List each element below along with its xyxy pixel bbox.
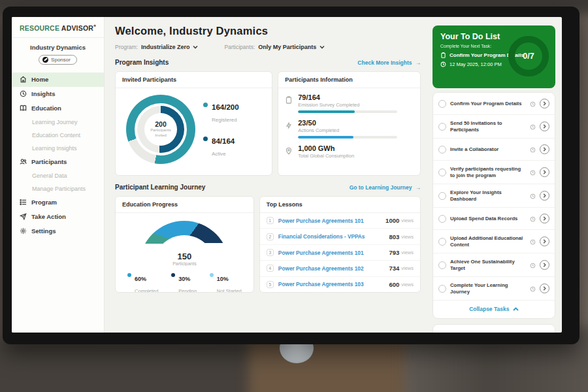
lesson-title-link[interactable]: Power Purchase Agreements 101: [278, 250, 389, 256]
participants-dropdown[interactable]: Participants: Only My Participants: [224, 44, 325, 50]
lesson-title-link[interactable]: Power Purchase Agreements 101: [278, 218, 385, 224]
gauge-legend: 60% Completed 30% Pending 10% Not Starte…: [116, 272, 253, 293]
lesson-title-link[interactable]: Power Purchase Agreements 102: [278, 265, 389, 272]
task-row[interactable]: Confirm Your Program Details: [433, 93, 555, 115]
page-title: Welcome, Industry Dynamics: [115, 25, 421, 37]
task-chevron-button[interactable]: [540, 122, 549, 131]
task-checkbox[interactable]: [438, 169, 446, 176]
sidebar-item-program[interactable]: Program: [12, 195, 104, 210]
task-checkbox[interactable]: [438, 285, 446, 293]
clock-icon: [530, 98, 536, 110]
task-row[interactable]: Upload Additional Educational Content: [433, 230, 555, 253]
task-checkbox[interactable]: [438, 215, 446, 223]
lesson-views-label: views: [401, 282, 414, 287]
legend-value: 164/200: [212, 103, 239, 111]
sidebar-item-insights[interactable]: Insights: [12, 87, 104, 101]
stat-label: Actions Completed: [298, 127, 397, 133]
participants-icon: [20, 158, 27, 165]
collapse-tasks-link[interactable]: Collapse Tasks: [433, 301, 555, 318]
brand-plus: +: [93, 24, 96, 28]
lesson-rank: 1: [267, 217, 274, 224]
invited-donut-chart: 200 Participants Invited: [126, 95, 195, 164]
todo-due-label: 12 May 2025, 12:00 PM: [449, 61, 502, 67]
chevron-right-icon: [542, 147, 547, 152]
todo-counter: 0/7: [523, 52, 534, 61]
dashboard-screen: RESOURCE ADVISOR+ Industry Dynamics Spon…: [12, 17, 562, 333]
go-to-learning-journey-link[interactable]: Go to Learning Journey →: [350, 184, 421, 191]
check-more-insights-link[interactable]: Check More Insights →: [357, 59, 421, 66]
task-checkbox[interactable]: [438, 238, 446, 246]
legend-label: Active: [212, 151, 226, 157]
arrow-right-icon: →: [416, 59, 421, 66]
lesson-title-link[interactable]: Financial Considerations - VPPAs: [278, 233, 389, 240]
sidebar-item-general-data[interactable]: General Data: [12, 169, 104, 182]
section-title: Program Insights: [115, 59, 169, 66]
task-row[interactable]: Upload Spend Data Records: [433, 208, 555, 230]
task-row[interactable]: Invite a Collaborator: [433, 139, 555, 161]
sidebar-item-home[interactable]: Home: [12, 73, 104, 87]
clock-icon: [530, 144, 536, 155]
sidebar-item-take-action[interactable]: Take Action: [12, 210, 104, 224]
task-chevron-button[interactable]: [540, 167, 549, 177]
task-chevron-button[interactable]: [540, 284, 549, 293]
chevron-right-icon: [542, 263, 547, 267]
lesson-row[interactable]: 5 Power Purchase Agreements 103 600 view…: [260, 277, 420, 292]
card-title: Participants Information: [278, 72, 420, 88]
chevron-down-icon: [319, 44, 325, 50]
task-chevron-button[interactable]: [540, 237, 549, 246]
task-row[interactable]: Explore Your Insights Dashboard: [433, 184, 555, 208]
task-checkbox[interactable]: [438, 100, 446, 108]
sidebar-item-learning-journey[interactable]: Learning Journey: [12, 116, 104, 129]
chevron-right-icon: [542, 124, 547, 129]
task-chevron-button[interactable]: [540, 99, 549, 108]
card-title: Top Lessons: [260, 197, 420, 213]
lesson-rank: 5: [267, 281, 274, 288]
program-dropdown[interactable]: Program: Industrialize Zero: [115, 44, 198, 50]
program-value: Industrialize Zero: [141, 44, 190, 50]
task-chevron-button[interactable]: [540, 144, 549, 154]
sidebar-item-label: Participants: [31, 158, 67, 165]
task-checkbox[interactable]: [438, 261, 446, 269]
task-label: Confirm Your Program Details: [450, 101, 526, 107]
chevron-right-icon: [542, 239, 547, 244]
brand-secondary: ADVISOR: [61, 24, 93, 32]
lesson-row[interactable]: 1 Power Purchase Agreements 101 1000 vie…: [260, 213, 420, 229]
donut-center-value: 200: [155, 120, 167, 128]
lesson-row[interactable]: 4 Power Purchase Agreements 102 734 view…: [260, 261, 420, 276]
task-row[interactable]: Complete Your Learning Journey: [433, 277, 555, 301]
sidebar-item-settings[interactable]: Settings: [12, 224, 104, 238]
task-checkbox[interactable]: [438, 192, 446, 200]
sidebar-item-manage-participants[interactable]: Manage Participants: [12, 182, 104, 195]
clock-icon: [530, 167, 536, 178]
sidebar-item-label: Manage Participants: [32, 186, 86, 192]
task-chevron-button[interactable]: [540, 260, 549, 270]
lesson-row[interactable]: 2 Financial Considerations - VPPAs 803 v…: [260, 229, 420, 244]
task-row[interactable]: Achieve One Sustainability Target: [433, 253, 555, 277]
todo-panel: Your To Do List Complete Your Next Task:…: [429, 17, 562, 333]
task-row[interactable]: Send 50 Invitations to Participants: [433, 115, 555, 139]
sidebar-item-education[interactable]: Education: [12, 101, 104, 116]
legend-active: 84/164 Active: [203, 135, 239, 158]
task-label: Achieve One Sustainability Target: [450, 259, 526, 272]
program-label: Program:: [115, 44, 138, 50]
task-chevron-button[interactable]: [540, 191, 549, 201]
task-label: Verify participants requesting to join t…: [450, 166, 526, 179]
task-chevron-button[interactable]: [540, 214, 549, 223]
task-label: Upload Spend Data Records: [450, 216, 526, 222]
lesson-title-link[interactable]: Power Purchase Agreements 103: [278, 281, 389, 287]
recent-news-title: Recent News: [440, 331, 478, 333]
task-row[interactable]: Verify participants requesting to join t…: [433, 161, 555, 184]
sidebar-item-learning-insights[interactable]: Learning Insights: [12, 142, 104, 155]
lesson-row[interactable]: 3 Power Purchase Agreements 101 793 view…: [260, 245, 420, 261]
stat-value: 23/50: [298, 119, 397, 127]
legend-dot: [203, 137, 208, 141]
stat-value: 1,000 GWh: [298, 144, 354, 152]
stat-label: Total Global Consumption: [298, 153, 354, 159]
sidebar: RESOURCE ADVISOR+ Industry Dynamics Spon…: [12, 17, 105, 333]
clock-icon: [530, 213, 536, 225]
task-checkbox[interactable]: [438, 146, 446, 154]
clipboard-icon: [440, 52, 446, 58]
task-checkbox[interactable]: [438, 123, 446, 131]
sidebar-item-participants[interactable]: Participants: [12, 155, 104, 169]
sidebar-item-education-content[interactable]: Education Content: [12, 129, 104, 142]
